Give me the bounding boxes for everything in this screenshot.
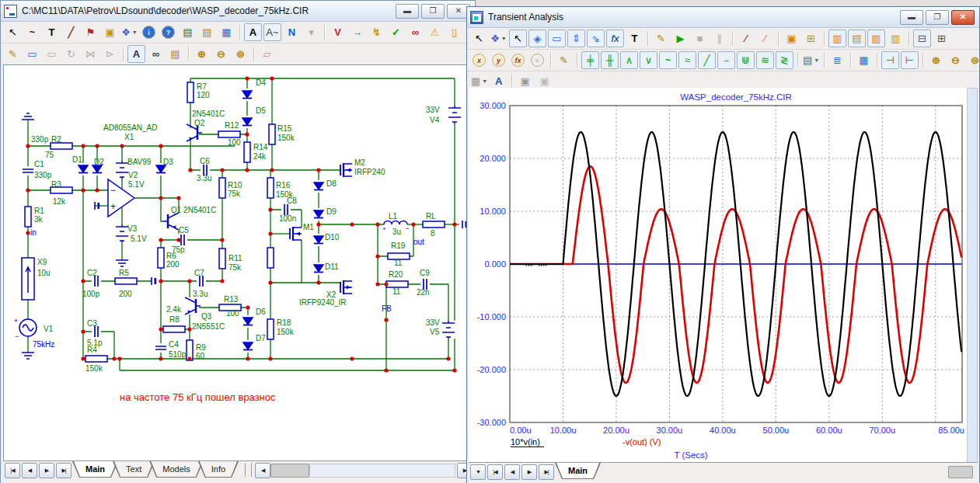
zoom-scale-button[interactable]: ⊚ xyxy=(232,45,249,63)
cursor-mode-button[interactable]: ↖ xyxy=(509,30,527,47)
page-nav-button-1[interactable]: |◀ xyxy=(487,464,503,480)
valley-curve-button[interactable]: ∨ xyxy=(640,51,657,69)
attributes-button[interactable]: ✎ xyxy=(4,45,22,63)
watch-glasses-button[interactable]: ∞ xyxy=(406,23,424,41)
crop-box-button[interactable]: ▣ xyxy=(783,30,800,47)
stripes-mid-button[interactable]: ▥ xyxy=(867,30,885,47)
voltage-probe-button[interactable]: V xyxy=(329,23,347,41)
wire-mode-button[interactable]: ~ xyxy=(23,23,41,41)
page-nav-button-3[interactable]: ▶ xyxy=(521,464,537,480)
fx-expression-button[interactable]: fx xyxy=(509,51,527,69)
format-lines-button[interactable]: ≡ xyxy=(528,51,546,69)
numeric-output-button[interactable]: ▦ xyxy=(855,51,873,69)
stop-button[interactable]: ■ xyxy=(691,30,709,47)
rotate-button[interactable]: ↻ xyxy=(62,45,80,63)
wave-positive-button[interactable]: ~ xyxy=(659,51,677,69)
plot-vscrollbar[interactable] xyxy=(967,88,978,464)
current-probe-button[interactable]: → xyxy=(348,23,366,41)
shape-tools-button[interactable]: ❖▼ xyxy=(490,30,507,47)
shape-tools-dropdown-icon[interactable]: ▼ xyxy=(501,36,507,41)
schematic-components[interactable]: +−−++− xyxy=(14,82,467,362)
x-expression-button[interactable]: x xyxy=(470,51,488,69)
shape-tools-dropdown-icon[interactable]: ▼ xyxy=(132,30,138,35)
zoom-out-button[interactable]: ⊖ xyxy=(947,51,964,69)
more-tools-button[interactable]: ▾ xyxy=(302,23,320,41)
text-mode-button[interactable]: T xyxy=(626,30,643,47)
curve-cross-button[interactable]: ⋓ xyxy=(737,51,755,69)
fx-mode-button[interactable]: fx xyxy=(606,30,624,47)
maximize-button[interactable]: ❐ xyxy=(421,4,445,19)
page-nav-button-4[interactable]: ▶| xyxy=(539,464,554,480)
clip-region-button[interactable]: ▭ xyxy=(43,45,61,63)
power-probe-button[interactable]: ↯ xyxy=(368,23,385,41)
plot-properties-button[interactable]: ✎ xyxy=(555,51,573,69)
shape-tools-button[interactable]: ❖▼ xyxy=(120,23,138,41)
expand-box-button[interactable]: ⊞ xyxy=(802,30,820,47)
schematic-titlebar[interactable]: C:\MC11\DATA\Petrov\LDsound\decoder\WASP… xyxy=(1,1,475,22)
split-horizontal-button[interactable]: ⊟ xyxy=(913,30,931,47)
flag-mode-button[interactable]: ⚑ xyxy=(82,23,99,41)
cursor-right-button[interactable]: ⊢ xyxy=(901,51,919,69)
tab-info[interactable]: Info xyxy=(198,461,239,478)
peak-marker-button[interactable]: ╪ xyxy=(581,51,599,69)
minimize-button[interactable]: ▬ xyxy=(900,10,923,25)
warning-button[interactable]: ⚠ xyxy=(426,23,444,41)
maximize-button[interactable]: ❐ xyxy=(926,10,949,25)
schematic-canvas[interactable]: +−−++−330pR275C1330pR312kR13kinX910uV175… xyxy=(3,64,474,462)
info-mode-button[interactable]: i xyxy=(140,23,158,41)
tab-models[interactable]: Models xyxy=(149,461,203,478)
slope-tool-button[interactable]: ∕ xyxy=(737,30,755,47)
flip-vertical-button[interactable]: ⊳ xyxy=(101,45,119,63)
select-tool-button[interactable]: ↖ xyxy=(470,30,488,47)
tab-main[interactable]: Main xyxy=(555,463,601,479)
find-part-button[interactable]: A xyxy=(127,45,145,63)
select-region-button[interactable]: ▭ xyxy=(23,45,41,63)
text-mode-button[interactable]: T xyxy=(43,23,61,41)
plot-client-area[interactable]: WASP_decoder_75kHz.CIR30.00020.00010.000… xyxy=(469,88,968,462)
y-expression-button[interactable]: y xyxy=(490,51,507,69)
select-tool-button[interactable]: ↖ xyxy=(4,23,22,41)
zoom-in-button[interactable]: ⊕ xyxy=(927,51,945,69)
splitter-handle[interactable] xyxy=(245,463,252,477)
page-nav-button-2[interactable]: ◀ xyxy=(504,464,520,480)
curve-knee-button[interactable]: ⌢ xyxy=(717,51,735,69)
doc-list-button[interactable]: ▤ xyxy=(198,23,216,41)
waterfall-button[interactable]: ≋ xyxy=(756,51,774,69)
doc-blank-button[interactable]: ▯ xyxy=(445,23,463,41)
stripes-left-button[interactable]: ▥ xyxy=(828,30,846,47)
close-button[interactable]: ✕ xyxy=(951,10,975,25)
slope-points-button[interactable]: ∕ xyxy=(756,30,774,47)
data-list-button[interactable]: ≣ xyxy=(828,51,846,69)
analysis-hscroll-thumb[interactable] xyxy=(948,466,973,478)
valley-marker-button[interactable]: ╫ xyxy=(601,51,619,69)
hscroll-thumb[interactable] xyxy=(270,464,309,478)
cursor-left-button[interactable]: ⊣ xyxy=(881,51,899,69)
part-browser-button[interactable]: ▣ xyxy=(101,23,119,41)
page-nav-button-3[interactable]: ▶| xyxy=(56,463,71,478)
binoculars-button[interactable]: ∞ xyxy=(147,45,165,63)
paste-waveform-button[interactable]: ▤▼ xyxy=(802,51,820,69)
run-button[interactable]: ▶ xyxy=(671,30,689,47)
page-nav-button-0[interactable]: |◀ xyxy=(5,463,20,478)
flip-horizontal-button[interactable]: ⋈ xyxy=(82,45,99,63)
page-nav-button-2[interactable]: ▶ xyxy=(39,463,54,478)
transient-titlebar[interactable]: Transient Analysis ▬ ❐ ✕ xyxy=(467,7,979,28)
page-nav-button-1[interactable]: ◀ xyxy=(22,463,37,478)
wave-negative-button[interactable]: ≈ xyxy=(678,51,696,69)
split-vertical-button[interactable]: ⊞ xyxy=(933,30,950,47)
hscroll-left-button[interactable]: ◀ xyxy=(255,463,270,478)
doc-check-button[interactable]: ▤ xyxy=(179,23,197,41)
help-mode-button[interactable]: ? xyxy=(159,23,177,41)
grid-options-dropdown-icon[interactable]: ▼ xyxy=(482,78,487,84)
slope-rise-button[interactable]: ╱ xyxy=(698,51,716,69)
zoom-x-button[interactable]: ⇘ xyxy=(587,30,605,47)
zoom-window-button[interactable]: ▭ xyxy=(548,30,566,47)
smooth-curves-button[interactable]: ≷ xyxy=(776,51,793,69)
pan-mode-button[interactable]: ◈ xyxy=(528,30,546,47)
minimize-button[interactable]: ▬ xyxy=(396,4,419,19)
node-numbers-button[interactable]: N xyxy=(283,23,301,41)
zoom-out-button[interactable]: ⊖ xyxy=(212,45,230,63)
pause-button[interactable]: ∥ xyxy=(710,30,728,47)
page-button[interactable]: ▱ xyxy=(258,45,276,63)
note-button[interactable]: ▤ xyxy=(166,45,184,63)
